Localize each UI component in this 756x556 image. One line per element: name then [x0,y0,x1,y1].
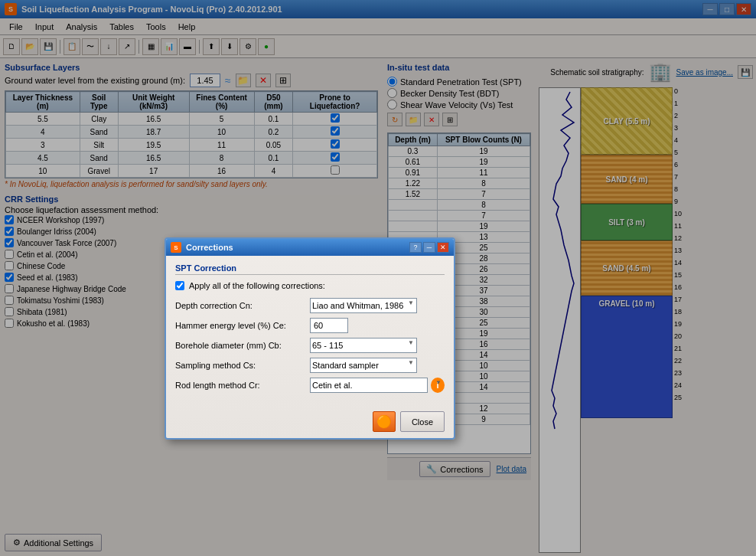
rod-length-select[interactable]: Cetin et al. Seed et al. Youd et al. [310,378,428,393]
hammer-energy-input[interactable] [310,318,348,333]
borehole-label: Borehole diameter (mm) Cb: [175,341,305,350]
borehole-select-wrapper[interactable]: 65 - 115 < 65 > 115 [310,338,417,353]
corrections-title-bar: S Corrections ? ─ ✕ [166,239,454,256]
depth-correction-select-wrapper[interactable]: Liao and Whitman, 1986 Seed et al., 1983… [310,298,417,313]
corrections-close-btn[interactable]: ✕ [437,242,449,253]
rod-length-row: Rod length method Cr: Cetin et al. Seed … [175,378,445,393]
rod-length-select-wrapper[interactable]: Cetin et al. Seed et al. Youd et al. i [310,378,445,393]
corrections-help-btn[interactable]: ? [409,242,422,253]
rod-info-icon[interactable]: i [431,378,445,393]
sampling-select[interactable]: Standard sampler Sampler without liners [310,358,417,373]
sampling-row: Sampling method Cs: Standard sampler Sam… [175,358,445,373]
depth-correction-label: Depth correction Cn: [175,301,305,310]
depth-correction-select[interactable]: Liao and Whitman, 1986 Seed et al., 1983… [310,298,417,313]
apply-icon: 🟠 [376,414,392,429]
spt-correction-title: SPT Correction [175,263,445,275]
corrections-dialog-icon: S [171,242,181,253]
hammer-energy-label: Hammer energy level (%) Ce: [175,321,305,330]
apply-all-row: Apply all of the following corrections: [175,281,445,290]
borehole-select[interactable]: 65 - 115 < 65 > 115 [310,338,417,353]
hammer-energy-row: Hammer energy level (%) Ce: [175,318,445,333]
borehole-row: Borehole diameter (mm) Cb: 65 - 115 < 65… [175,338,445,353]
corrections-dialog-title: Corrections [186,243,233,252]
sampling-select-wrapper[interactable]: Standard sampler Sampler without liners [310,358,417,373]
sampling-label: Sampling method Cs: [175,361,305,370]
corrections-content: SPT Correction Apply all of the followin… [166,256,454,405]
apply-all-checkbox[interactable] [175,281,184,290]
corrections-close-button[interactable]: Close [400,411,445,432]
corrections-minimize-btn[interactable]: ─ [423,242,435,253]
corrections-footer: 🟠 Close [166,405,454,438]
rod-length-label: Rod length method Cr: [175,381,305,390]
depth-correction-row: Depth correction Cn: Liao and Whitman, 1… [175,298,445,313]
apply-all-label: Apply all of the following corrections: [189,281,325,290]
corrections-apply-button[interactable]: 🟠 [373,411,396,432]
modal-overlay: S Corrections ? ─ ✕ SPT Correction Apply… [0,0,756,556]
corrections-dialog: S Corrections ? ─ ✕ SPT Correction Apply… [165,237,455,440]
